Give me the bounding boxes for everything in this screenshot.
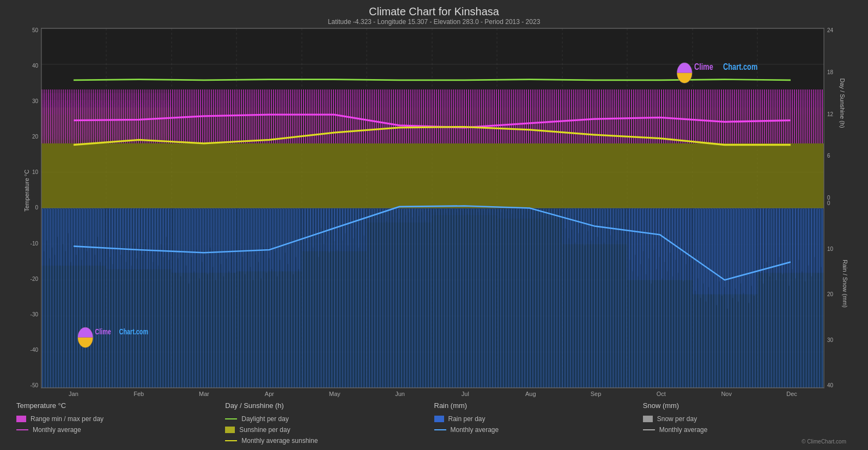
x-tick: Jun bbox=[367, 391, 433, 397]
y-axis-right-bot-label: Rain / Snow (mm) bbox=[842, 260, 848, 308]
y-axis-right-bot: 010203040 bbox=[824, 201, 857, 388]
chart-subtitle: Latitude -4.323 - Longitude 15.307 - Ele… bbox=[11, 18, 857, 26]
svg-text:Clime: Clime bbox=[95, 327, 111, 337]
svg-text:Chart.com: Chart.com bbox=[723, 62, 757, 72]
y-tick-right-bot: 30 bbox=[827, 338, 833, 343]
y-tick-right-bot: 40 bbox=[827, 383, 833, 388]
legend-label-sunshine-avg: Monthly average sunshine bbox=[241, 437, 318, 445]
legend-item-rain-avg: Monthly average bbox=[434, 426, 643, 434]
legend-item-temp-range: Range min / max per day bbox=[16, 415, 225, 423]
y-tick-right-top: 24 bbox=[827, 28, 833, 33]
svg-text:Clime: Clime bbox=[694, 62, 713, 72]
chart-svg: Clime Chart.com Clime Chart.com bbox=[41, 28, 824, 388]
x-axis: JanFebMarAprMayJunJulAugSepOctNovDec bbox=[41, 388, 824, 397]
x-tick: Dec bbox=[759, 391, 824, 397]
y-tick-right-top: 12 bbox=[827, 112, 833, 117]
legend-label-sunshine-daily: Sunshine per day bbox=[239, 426, 290, 434]
y-tick-right-bot: 10 bbox=[827, 247, 833, 252]
title-section: Climate Chart for Kinshasa Latitude -4.3… bbox=[11, 5, 857, 26]
legend-swatch-sunshine-daily bbox=[225, 427, 235, 433]
legend-label-temp-range: Range min / max per day bbox=[31, 415, 104, 423]
legend-label-rain-avg: Monthly average bbox=[451, 426, 499, 434]
legend-col-title-rain: Rain (mm) bbox=[434, 401, 643, 410]
legend-col-sunshine: Day / Sunshine (h) Daylight per day Suns… bbox=[225, 401, 434, 445]
x-tick: Aug bbox=[498, 391, 563, 397]
legend-col-title-sunshine: Day / Sunshine (h) bbox=[225, 401, 434, 410]
x-tick: Mar bbox=[172, 391, 237, 397]
legend-label-snow-avg: Monthly average bbox=[659, 426, 708, 434]
chart-title: Climate Chart for Kinshasa bbox=[11, 5, 857, 18]
y-tick-right-bot: 0 bbox=[827, 201, 830, 206]
legend-col-snow: Snow (mm) Snow per day Monthly average ©… bbox=[643, 401, 852, 445]
y-tick-left: -20 bbox=[31, 277, 38, 282]
y-tick-right-top: 6 bbox=[827, 153, 830, 159]
y-tick-right-bot: 20 bbox=[827, 292, 833, 297]
legend-swatch-rain-daily bbox=[434, 416, 444, 422]
legend-line-sunshine-avg bbox=[225, 440, 237, 441]
y-tick-left: 0 bbox=[35, 205, 38, 211]
legend-line-temp-avg bbox=[16, 429, 28, 430]
chart-main: Clime Chart.com Clime Chart.com bbox=[41, 28, 824, 388]
legend-line-rain-avg bbox=[434, 429, 446, 430]
legend-swatch-snow-daily bbox=[643, 416, 653, 422]
legend-line-daylight bbox=[225, 418, 237, 419]
legend-item-snow-daily: Snow per day bbox=[643, 415, 852, 423]
legend-col-title-temperature: Temperature °C bbox=[16, 401, 225, 410]
y-axis-left-label: Temperature °C bbox=[23, 169, 30, 211]
x-tick: Feb bbox=[106, 391, 172, 397]
legend-item-daylight: Daylight per day bbox=[225, 415, 434, 423]
y-tick-left: -50 bbox=[31, 383, 38, 388]
y-axis-right-top-label: Day / Sunshine (h) bbox=[839, 79, 845, 128]
legend-label-daylight: Daylight per day bbox=[241, 415, 289, 423]
legend-label-rain-daily: Rain per day bbox=[448, 415, 485, 423]
x-tick: Oct bbox=[628, 391, 694, 397]
legend: Temperature °C Range min / max per day M… bbox=[11, 401, 857, 445]
y-tick-right-top: 18 bbox=[827, 70, 833, 75]
svg-rect-360 bbox=[41, 89, 824, 143]
legend-col-rain: Rain (mm) Rain per day Monthly average bbox=[434, 401, 643, 445]
y-axis-left: Temperature °C 50403020100-10-20-30-40-5… bbox=[11, 28, 41, 388]
y-tick-left: -30 bbox=[31, 312, 38, 317]
legend-label-snow-daily: Snow per day bbox=[657, 415, 697, 423]
y-tick-left: 20 bbox=[32, 134, 38, 140]
y-tick-left: 30 bbox=[32, 99, 38, 104]
legend-item-temp-avg: Monthly average bbox=[16, 426, 225, 434]
x-tick: May bbox=[302, 391, 367, 397]
y-tick-left: 10 bbox=[32, 170, 38, 175]
y-tick-left: 50 bbox=[32, 28, 38, 33]
legend-line-snow-avg bbox=[643, 429, 655, 430]
page-wrapper: Climate Chart for Kinshasa Latitude -4.3… bbox=[0, 0, 868, 450]
x-tick: Apr bbox=[236, 391, 302, 397]
legend-item-sunshine-avg: Monthly average sunshine bbox=[225, 437, 434, 445]
legend-item-snow-avg: Monthly average bbox=[643, 426, 852, 434]
y-tick-left: -10 bbox=[31, 241, 38, 247]
x-tick: Jan bbox=[41, 391, 106, 397]
copyright: © ClimeChart.com bbox=[643, 439, 852, 445]
x-tick: Nov bbox=[694, 391, 759, 397]
y-tick-left: -40 bbox=[31, 347, 38, 353]
legend-swatch-temp-range bbox=[16, 416, 26, 422]
legend-label-temp-avg: Monthly average bbox=[33, 426, 81, 434]
legend-item-rain-daily: Rain per day bbox=[434, 415, 643, 423]
x-tick: Jul bbox=[433, 391, 498, 397]
legend-col-temperature: Temperature °C Range min / max per day M… bbox=[16, 401, 225, 445]
svg-text:Chart.com: Chart.com bbox=[119, 327, 148, 337]
x-tick: Sep bbox=[563, 391, 629, 397]
svg-rect-361 bbox=[41, 209, 824, 388]
legend-item-sunshine-daily: Sunshine per day bbox=[225, 426, 434, 434]
chart-area: Temperature °C 50403020100-10-20-30-40-5… bbox=[11, 28, 857, 388]
y-axis-right: 24181260 010203040 Day / Sunshine (h) Ra… bbox=[824, 28, 857, 388]
legend-col-title-snow: Snow (mm) bbox=[643, 401, 852, 410]
y-tick-left: 40 bbox=[32, 63, 38, 69]
